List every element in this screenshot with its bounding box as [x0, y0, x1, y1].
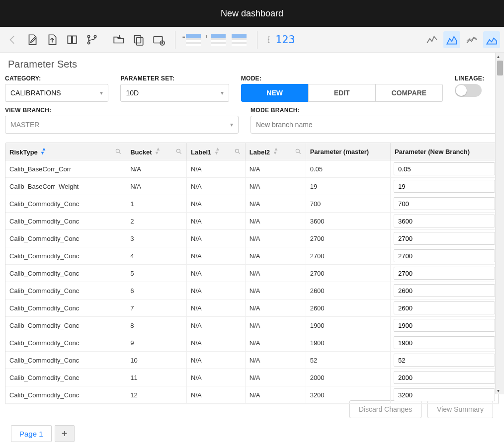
col-bucket[interactable]: Bucket ▲▾ — [126, 143, 187, 160]
col-risktype[interactable]: RiskType ▲▾ — [5, 143, 126, 160]
sort-icon[interactable]: ▲▾ — [274, 147, 279, 155]
col-param-newbranch[interactable]: Parameter (New Branch) — [391, 143, 499, 160]
col-label1[interactable]: Label1 ▲▾ — [187, 143, 246, 160]
upload-icon[interactable] — [44, 31, 61, 48]
param-newbranch-input[interactable] — [394, 371, 495, 384]
param-newbranch-input[interactable] — [394, 249, 495, 262]
back-icon[interactable] — [4, 31, 21, 48]
param-newbranch-input[interactable] — [394, 284, 495, 297]
page-tab-1[interactable]: Page 1 — [11, 425, 52, 442]
table-row: Calib_BaseCorr_CorrN/AN/AN/A0.05 — [5, 160, 499, 178]
cell-param-newbranch — [391, 195, 499, 213]
add-page-button[interactable]: + — [55, 425, 75, 442]
scroll-down-icon[interactable]: ▾ — [497, 388, 500, 393]
cell-l2: N/A — [245, 386, 306, 404]
cell-pm: 1900 — [306, 334, 390, 352]
cell-l1: N/A — [187, 247, 246, 265]
titlebar: New dashboard — [0, 0, 504, 27]
category-label: CATEGORY: — [5, 75, 108, 82]
view-branch-select[interactable]: MASTER ▾ — [5, 116, 239, 134]
mode-label: MODE: — [241, 75, 443, 82]
cell-bucket: 12 — [126, 386, 187, 404]
cell-pm: 2600 — [306, 299, 390, 317]
cell-l1: N/A — [187, 195, 246, 213]
scroll-up-icon[interactable]: ▴ — [497, 54, 500, 59]
cell-l1: N/A — [187, 213, 246, 230]
cell-l2: N/A — [245, 160, 306, 178]
cell-l2: N/A — [245, 299, 306, 317]
cell-l2: N/A — [245, 213, 306, 230]
number-format-icon[interactable]: 123 — [265, 31, 297, 48]
param-newbranch-input[interactable] — [394, 162, 495, 175]
category-select[interactable]: CALIBRATIONS ▾ — [5, 84, 108, 102]
scroll-thumb[interactable] — [497, 61, 503, 75]
mode-edit-button[interactable]: EDIT — [308, 84, 376, 102]
search-icon[interactable] — [115, 148, 122, 155]
param-newbranch-input[interactable] — [394, 336, 495, 349]
table-row: Calib_Commodity_Conc3N/AN/A2700 — [5, 230, 499, 247]
svg-point-9 — [235, 149, 239, 152]
cell-param-newbranch — [391, 282, 499, 299]
param-newbranch-input[interactable] — [394, 180, 495, 193]
cell-pm: 52 — [306, 352, 390, 369]
toolbar-separator — [257, 31, 257, 49]
import-folder-icon[interactable] — [110, 31, 127, 48]
filled-chart-icon[interactable] — [483, 31, 500, 48]
search-icon[interactable] — [295, 148, 302, 155]
cell-l1: N/A — [187, 369, 246, 386]
cell-bucket: 6 — [126, 282, 187, 299]
sort-asc-icon[interactable]: ▲▾ — [41, 147, 46, 155]
panel-scrollbar[interactable]: ▴ ▾ — [495, 53, 504, 394]
table-row: Calib_Commodity_Conc10N/AN/A52 — [5, 352, 499, 369]
col-label2[interactable]: Label2 ▲▾ — [245, 143, 306, 160]
cell-l2: N/A — [245, 282, 306, 299]
view-branch-value: MASTER — [10, 121, 39, 129]
param-newbranch-input[interactable] — [394, 215, 495, 227]
table-view-icon[interactable]: ≡ — [183, 31, 203, 48]
category-value: CALIBRATIONS — [10, 89, 61, 97]
svg-rect-4 — [137, 37, 143, 45]
search-icon[interactable] — [234, 148, 241, 155]
param-newbranch-input[interactable] — [394, 301, 495, 314]
cell-l1: N/A — [187, 282, 246, 299]
param-newbranch-input[interactable] — [394, 232, 495, 245]
table-row: Calib_BaseCorr_WeightN/AN/AN/A19 — [5, 178, 499, 195]
copy-icon[interactable] — [130, 31, 147, 48]
book-icon[interactable] — [64, 31, 81, 48]
col-param-master[interactable]: Parameter (master) — [306, 143, 390, 160]
param-newbranch-input[interactable] — [394, 197, 495, 210]
edit-page-icon[interactable] — [24, 31, 41, 48]
line-chart-icon[interactable] — [423, 31, 440, 48]
table-row: Calib_Commodity_Conc1N/AN/A700 — [5, 195, 499, 213]
cell-param-newbranch — [391, 160, 499, 178]
branch-icon[interactable] — [84, 31, 100, 48]
mode-compare-button[interactable]: COMPARE — [375, 84, 443, 102]
param-newbranch-input[interactable] — [394, 267, 495, 280]
svg-point-1 — [94, 35, 96, 37]
param-newbranch-input[interactable] — [394, 388, 495, 401]
param-newbranch-input[interactable] — [394, 319, 495, 332]
chevron-down-icon: ▾ — [230, 121, 233, 128]
cell-param-newbranch — [391, 352, 499, 369]
sort-icon[interactable]: ▲▾ — [215, 147, 220, 155]
search-icon[interactable] — [175, 148, 182, 155]
area-chart-icon[interactable] — [443, 31, 460, 48]
multi-line-chart-icon[interactable] — [463, 31, 480, 48]
mode-branch-input[interactable] — [251, 116, 499, 134]
add-panel-icon[interactable] — [150, 31, 167, 48]
paramset-select[interactable]: 10D ▾ — [120, 84, 229, 102]
sort-icon[interactable]: ▲▾ — [156, 147, 161, 155]
cell-l1: N/A — [187, 230, 246, 247]
cell-bucket: 2 — [126, 213, 187, 230]
table-view-indent-icon[interactable]: T — [206, 31, 226, 48]
mode-new-button[interactable]: NEW — [241, 84, 309, 102]
cell-bucket: 8 — [126, 317, 187, 334]
param-newbranch-input[interactable] — [394, 354, 495, 367]
table-row: Calib_Commodity_Conc8N/AN/A1900 — [5, 317, 499, 334]
cell-bucket: 5 — [126, 265, 187, 282]
table-view-plain-icon[interactable] — [229, 31, 249, 48]
cell-param-newbranch — [391, 265, 499, 282]
table-row: Calib_Commodity_Conc7N/AN/A2600 — [5, 299, 499, 317]
cell-pm: 3600 — [306, 213, 390, 230]
lineage-toggle[interactable] — [455, 84, 482, 97]
